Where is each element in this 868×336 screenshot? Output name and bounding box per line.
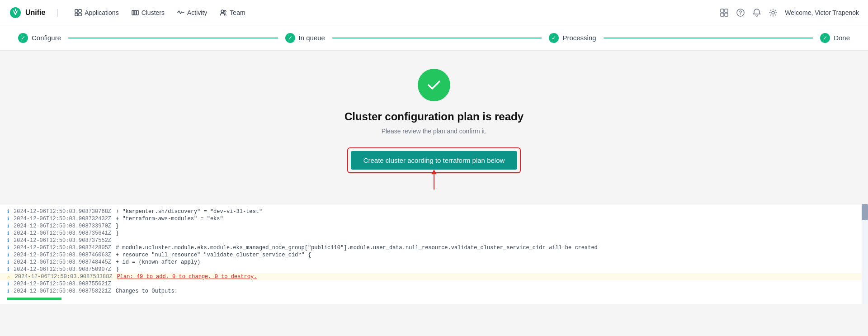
log-line: ℹ 2024-12-06T12:50:03.908755621Z <box>0 280 868 288</box>
scrollbar-track[interactable] <box>862 204 868 304</box>
info-icon: ℹ <box>7 237 9 243</box>
log-text: } <box>116 266 119 273</box>
bottom-hint <box>7 298 61 300</box>
log-timestamp: 2024-12-06T12:50:03.908732432Z <box>14 216 111 222</box>
log-text: + id = (known after apply) <box>116 259 200 265</box>
log-area: ℹ 2024-12-06T12:50:03.908730768Z + "karp… <box>0 204 868 304</box>
header-right: Welcome, Victor Trapenok <box>720 8 859 17</box>
clusters-icon <box>132 9 139 16</box>
svg-rect-12 <box>725 13 728 16</box>
step-done: ✓ Done <box>820 33 850 43</box>
svg-rect-6 <box>137 10 138 15</box>
step-inqueue: ✓ In queue <box>285 33 325 43</box>
step-processing: ✓ Processing <box>549 33 596 43</box>
log-line: ℹ 2024-12-06T12:50:03.908746063Z + resou… <box>0 251 868 259</box>
log-timestamp: 2024-12-06T12:50:03.908753388Z <box>15 274 113 280</box>
cta-wrapper: Create cluster acording to terraform pla… <box>347 147 521 189</box>
info-icon: ℹ <box>7 252 9 258</box>
nav-item-clusters[interactable]: Clusters <box>126 6 170 19</box>
log-line: ℹ 2024-12-06T12:50:03.908742805Z # modul… <box>0 244 868 251</box>
step-done-label: Done <box>834 34 850 42</box>
main-subtitle: Please review the plan and confirm it. <box>382 128 487 135</box>
log-text: + "terraform-aws-modules" = "eks" <box>116 216 223 222</box>
steps: ✓ Configure ✓ In queue ✓ Processing ✓ Do… <box>18 33 850 43</box>
step-processing-icon: ✓ <box>549 33 559 43</box>
log-timestamp: 2024-12-06T12:50:03.908746063Z <box>14 252 111 258</box>
logo-text: Unifie <box>25 9 45 17</box>
create-cluster-button[interactable]: Create cluster acording to terraform pla… <box>351 151 518 170</box>
logo-icon <box>9 6 22 19</box>
info-icon: ℹ <box>7 259 9 265</box>
team-icon <box>220 9 227 16</box>
svg-rect-11 <box>721 13 724 16</box>
help-icon[interactable] <box>736 8 745 17</box>
log-text: } <box>116 223 119 229</box>
bell-icon[interactable] <box>752 8 761 17</box>
log-text: + "karpenter.sh/discovery" = "dev-vi-31-… <box>116 208 262 215</box>
step-line-1 <box>68 38 278 38</box>
grid-icon <box>75 9 82 16</box>
info-icon: ℹ <box>7 216 9 222</box>
svg-rect-1 <box>79 9 81 12</box>
svg-rect-3 <box>79 13 81 16</box>
nav-item-applications[interactable]: Applications <box>69 6 124 19</box>
log-line: ℹ 2024-12-06T12:50:03.908750907Z } <box>0 266 868 273</box>
log-line: ℹ 2024-12-06T12:50:03.908735641Z } <box>0 230 868 237</box>
log-text-plan: Plan: 49 to add, 0 to change, 0 to destr… <box>117 274 257 280</box>
info-icon: ℹ <box>7 288 9 294</box>
checkmark-icon <box>425 76 443 94</box>
info-icon: ℹ <box>7 281 9 287</box>
main-title: Cluster configuration plan is ready <box>344 110 524 123</box>
svg-rect-9 <box>721 9 724 12</box>
layout-icon[interactable] <box>720 8 729 17</box>
arrow-up-annotation <box>434 173 434 189</box>
logo[interactable]: Unifie <box>9 6 45 19</box>
step-processing-label: Processing <box>562 34 596 42</box>
log-timestamp: 2024-12-06T12:50:03.908730768Z <box>14 208 111 215</box>
log-timestamp: 2024-12-06T12:50:03.908758221Z <box>14 288 111 294</box>
log-line-highlight: ⚠ 2024-12-06T12:50:03.908753388Z Plan: 4… <box>0 273 868 280</box>
svg-rect-5 <box>134 10 136 15</box>
log-line: ℹ 2024-12-06T12:50:03.908733970Z } <box>0 222 868 230</box>
settings-icon[interactable] <box>769 8 778 17</box>
log-text: # module.ucluster.module.eks.module.eks_… <box>116 245 598 251</box>
info-icon: ℹ <box>7 223 9 229</box>
svg-point-8 <box>224 10 226 12</box>
scrollbar-thumb[interactable] <box>862 204 868 220</box>
log-text: Changes to Outputs: <box>116 288 178 294</box>
log-timestamp: 2024-12-06T12:50:03.908750907Z <box>14 266 111 273</box>
log-timestamp: 2024-12-06T12:50:03.908733970Z <box>14 223 111 229</box>
log-timestamp: 2024-12-06T12:50:03.908735641Z <box>14 230 111 237</box>
log-line: ℹ 2024-12-06T12:50:03.908748445Z + id = … <box>0 259 868 266</box>
step-inqueue-label: In queue <box>299 34 325 42</box>
log-text: + resource "null_resource" "validate_clu… <box>116 252 311 258</box>
header: Unifie | Applications Clusters <box>0 0 868 25</box>
step-configure: ✓ Configure <box>18 33 61 43</box>
step-line-2 <box>332 38 542 38</box>
log-timestamp: 2024-12-06T12:50:03.908737552Z <box>14 237 111 244</box>
nav-item-team[interactable]: Team <box>214 6 250 19</box>
svg-rect-4 <box>132 10 134 15</box>
info-icon: ℹ <box>7 208 9 214</box>
log-timestamp: 2024-12-06T12:50:03.908748445Z <box>14 259 111 265</box>
log-line: ℹ 2024-12-06T12:50:03.908758221Z Changes… <box>0 288 868 295</box>
header-left: Unifie | Applications Clusters <box>9 6 251 19</box>
nav-separator: | <box>56 8 58 17</box>
log-timestamp: 2024-12-06T12:50:03.908742805Z <box>14 245 111 251</box>
step-configure-label: Configure <box>32 34 61 42</box>
activity-icon <box>177 9 184 16</box>
log-timestamp: 2024-12-06T12:50:03.908755621Z <box>14 281 111 287</box>
log-line: ℹ 2024-12-06T12:50:03.908732432Z + "terr… <box>0 215 868 222</box>
log-container[interactable]: ℹ 2024-12-06T12:50:03.908730768Z + "karp… <box>0 204 868 304</box>
svg-rect-2 <box>75 13 78 16</box>
nav-item-activity[interactable]: Activity <box>172 6 212 19</box>
svg-rect-0 <box>75 9 78 12</box>
welcome-text: Welcome, Victor Trapenok <box>785 9 859 16</box>
svg-point-14 <box>741 14 741 15</box>
log-line: ℹ 2024-12-06T12:50:03.908737552Z <box>0 237 868 244</box>
info-icon: ℹ <box>7 230 9 236</box>
svg-point-15 <box>772 11 774 14</box>
step-done-icon: ✓ <box>820 33 830 43</box>
svg-point-7 <box>221 10 224 13</box>
step-line-3 <box>604 38 813 38</box>
